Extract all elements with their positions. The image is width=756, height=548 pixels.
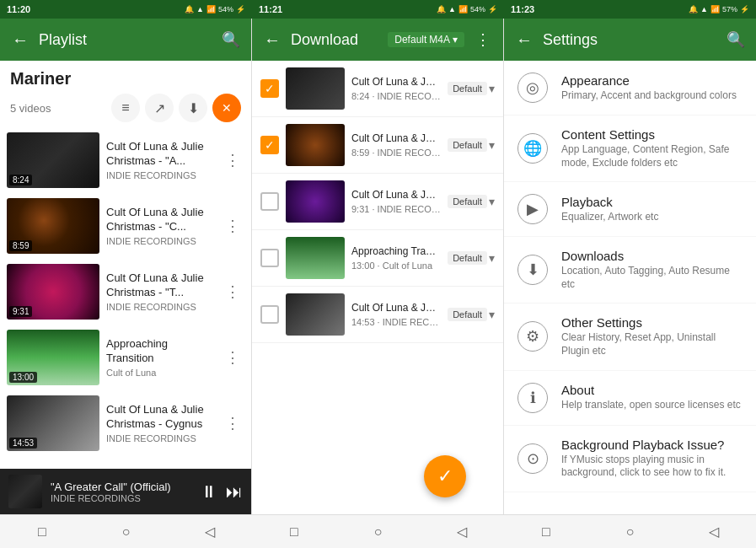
status-icons-right: 🔔 ▲ 📶 57% ⚡ (689, 5, 749, 13)
playlist-close-button[interactable]: ✕ (212, 94, 241, 122)
format-button[interactable]: Default (448, 138, 487, 152)
playlist-sort-button[interactable]: ≡ (111, 94, 140, 122)
download-panel: ← Download Default M4A ▾ ⋮ ✓ Cult Of Lun… (252, 19, 504, 514)
video-item[interactable]: 8:59 Cult Of Luna & Julie Christmas - "C… (0, 193, 251, 259)
settings-item-downloads[interactable]: ⬇ Downloads Location, Auto Tagging, Auto… (504, 237, 756, 304)
settings-item-playback[interactable]: ▶ Playback Equalizer, Artwork etc (504, 182, 756, 237)
download-item[interactable]: Cult Of Luna & Julie Christmas - "T... 9… (252, 174, 503, 230)
video-item[interactable]: 14:53 Cult Of Luna & Julie Christmas - C… (0, 390, 251, 456)
playlist-count: 5 videos (10, 102, 51, 115)
video-duration: 8:59 (9, 240, 32, 251)
settings-item-other[interactable]: ⚙ Other Settings Clear History, Reset Ap… (504, 304, 756, 370)
status-time-mid: 11:21 (259, 4, 282, 14)
format-button[interactable]: Default (448, 308, 487, 321)
settings-item-bg-issue[interactable]: ⊙ Background Playback Issue? If YMusic s… (504, 426, 756, 492)
format-button[interactable]: Default (448, 251, 487, 265)
playlist-toolbar: ← Playlist 🔍 (0, 19, 251, 61)
pause-button[interactable]: ⏸ (201, 482, 217, 502)
status-panel-right: 11:23 🔔 ▲ 📶 57% ⚡ (504, 0, 756, 19)
nav-back-button[interactable]: ◁ (448, 518, 475, 545)
settings-item-title: Appearance (561, 73, 743, 88)
playlist-back-button[interactable]: ← (7, 26, 34, 53)
video-menu-button[interactable]: ⋮ (221, 214, 244, 238)
download-item[interactable]: Cult Of Luna & Julie Christmas - C... 14… (252, 287, 503, 343)
settings-item-title: Background Playback Issue? (561, 438, 743, 452)
settings-item-subtitle: Location, Auto Tagging, Auto Resume etc (561, 265, 743, 291)
video-title: Cult Of Luna & Julie Christmas - "T... (106, 271, 214, 300)
video-menu-button[interactable]: ⋮ (221, 346, 244, 369)
download-info: Cult Of Luna & Julie Christmas - "A... 8… (351, 76, 441, 101)
settings-item-text: Other Settings Clear History, Reset App,… (561, 315, 743, 357)
download-list: ✓ Cult Of Luna & Julie Christmas - "A...… (252, 61, 503, 514)
more-icon: ⋮ (475, 30, 491, 49)
settings-back-button[interactable]: ← (511, 26, 538, 53)
download-checkbox[interactable] (260, 305, 279, 324)
download-info: Cult Of Luna & Julie Christmas - "T... 9… (351, 189, 441, 214)
download-checkbox[interactable]: ✓ (260, 79, 279, 98)
download-item[interactable]: ✓ Cult Of Luna & Julie Christmas - "A...… (252, 61, 503, 117)
nav-back-button[interactable]: ◁ (196, 518, 223, 545)
playlist-share-button[interactable]: ↗ (145, 94, 174, 122)
download-menu-button[interactable]: ⋮ (469, 26, 496, 53)
square-icon: □ (542, 524, 550, 540)
download-format: Default ▾ (448, 308, 495, 321)
settings-item-subtitle: Help translate, open source licenses etc (561, 399, 743, 412)
format-dropdown[interactable]: Default M4A ▾ (388, 32, 464, 47)
search-icon: 🔍 (727, 30, 745, 49)
playlist-search-button[interactable]: 🔍 (217, 26, 244, 53)
video-thumbnail: 14:53 (7, 395, 99, 451)
video-thumbnail: 13:00 (7, 330, 99, 385)
settings-item-subtitle: Primary, Accent and background colors (561, 89, 743, 103)
status-bar: 11:20 🔔 ▲ 📶 54% ⚡ 11:21 🔔 ▲ 📶 54% ⚡ 11:2… (0, 0, 756, 19)
nav-square-button[interactable]: □ (29, 518, 56, 545)
video-item[interactable]: 9:31 Cult Of Luna & Julie Christmas - "T… (0, 259, 251, 325)
format-chevron-icon: ▾ (489, 308, 495, 321)
settings-panel: ← Settings 🔍 ◎ Appearance Primary, Accen… (504, 19, 756, 514)
settings-item-title: About (561, 383, 743, 397)
download-info: Cult Of Luna & Julie Christmas - C... 14… (351, 302, 441, 327)
download-info: Approaching Transition 13:00 · Cult of L… (351, 245, 441, 271)
download-checkbox[interactable]: ✓ (260, 136, 279, 154)
video-menu-button[interactable]: ⋮ (221, 411, 244, 435)
settings-item-appearance[interactable]: ◎ Appearance Primary, Accent and backgro… (504, 61, 756, 116)
settings-item-subtitle: If YMusic stops playing music in backgro… (561, 454, 743, 480)
download-item[interactable]: Approaching Transition 13:00 · Cult of L… (252, 230, 503, 287)
nav-circle-button[interactable]: ○ (364, 518, 391, 545)
format-chevron-icon: ▾ (489, 82, 495, 95)
download-thumbnail (286, 180, 345, 223)
video-title: Cult Of Luna & Julie Christmas - "A... (106, 140, 214, 169)
settings-item-content[interactable]: 🌐 Content Settings App Language, Content… (504, 116, 756, 182)
video-item[interactable]: 8:24 Cult Of Luna & Julie Christmas - "A… (0, 127, 251, 193)
download-confirm-fab[interactable]: ✓ (424, 455, 466, 497)
nav-circle-button[interactable]: ○ (112, 518, 139, 545)
nav-circle-button[interactable]: ○ (616, 518, 643, 545)
format-button[interactable]: Default (448, 82, 487, 95)
settings-item-about[interactable]: ℹ About Help translate, open source lice… (504, 371, 756, 426)
download-item[interactable]: ✓ Cult Of Luna & Julie Christmas - "C...… (252, 117, 503, 174)
settings-item-subtitle: Equalizer, Artwork etc (561, 211, 743, 224)
download-back-button[interactable]: ← (259, 26, 286, 53)
download-info: Cult Of Luna & Julie Christmas - "C... 8… (351, 132, 441, 158)
format-chevron-icon: ▾ (489, 195, 495, 208)
playlist-header: Mariner 5 videos ≡ ↗ ⬇ ✕ (0, 61, 251, 127)
video-menu-button[interactable]: ⋮ (221, 280, 244, 304)
nav-square-button[interactable]: □ (533, 518, 560, 545)
settings-item-title: Downloads (561, 249, 743, 263)
format-button[interactable]: Default (448, 195, 487, 208)
nav-panel-left: □ ○ ◁ (0, 515, 252, 548)
nav-back-button[interactable]: ◁ (700, 518, 727, 545)
playlist-meta: 5 videos ≡ ↗ ⬇ ✕ (10, 94, 241, 122)
playlist-panel: ← Playlist 🔍 Mariner 5 videos ≡ ↗ (0, 19, 252, 514)
settings-search-button[interactable]: 🔍 (722, 26, 749, 53)
nav-square-button[interactable]: □ (281, 518, 308, 545)
download-checkbox[interactable] (260, 249, 279, 267)
video-item[interactable]: 13:00 Approaching Transition Cult of Lun… (0, 325, 251, 390)
next-button[interactable]: ⏭ (226, 482, 243, 502)
video-thumbnail: 9:31 (7, 264, 99, 320)
download-checkbox[interactable] (260, 192, 279, 211)
playlist-download-button[interactable]: ⬇ (179, 94, 207, 122)
video-info: Cult Of Luna & Julie Christmas - "C... I… (106, 206, 214, 246)
navigation-bar: □ ○ ◁ □ ○ ◁ □ ○ ◁ (0, 514, 756, 548)
video-menu-button[interactable]: ⋮ (221, 148, 244, 172)
circle-icon: ○ (122, 524, 131, 540)
